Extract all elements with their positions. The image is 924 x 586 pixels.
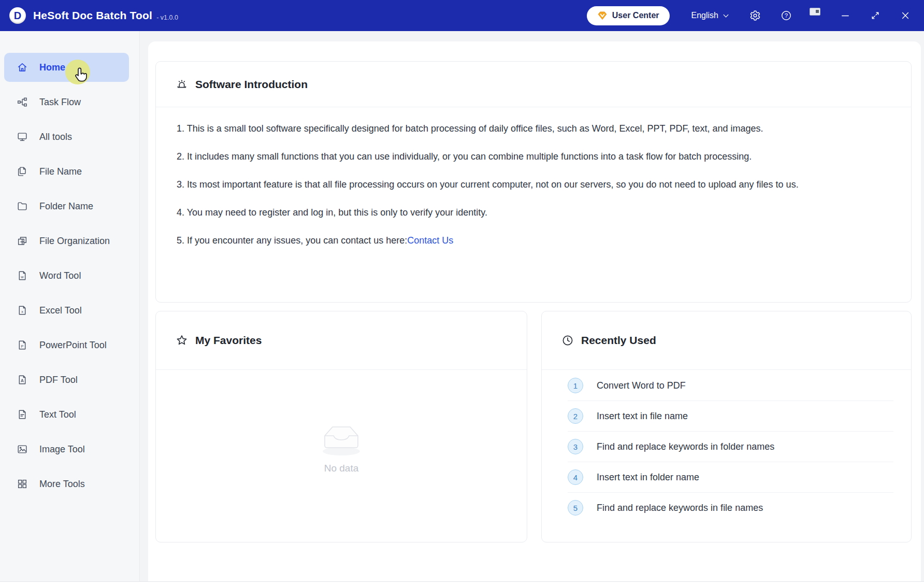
resize-icon — [870, 10, 880, 21]
recent-item[interactable]: 2 Insert text in file name — [568, 401, 893, 432]
my-favorites-empty-state: No data — [156, 370, 527, 544]
close-button[interactable] — [900, 10, 911, 21]
software-introduction-body: 1. This is a small tool software specifi… — [156, 107, 911, 248]
intro-paragraph: 3. Its most important feature is that al… — [177, 177, 890, 192]
svg-text:x: x — [21, 309, 23, 314]
sidebar-item-label: Excel Tool — [39, 305, 82, 316]
minimize-button[interactable] — [840, 10, 850, 21]
sidebar-item-label: Word Tool — [39, 270, 81, 281]
text-tool-icon — [17, 409, 28, 420]
my-favorites-card: My Favorites No data — [155, 311, 527, 542]
svg-text:?: ? — [785, 12, 788, 19]
close-icon — [900, 10, 911, 21]
sidebar-item-label: Image Tool — [39, 444, 85, 455]
sidebar: Home Task Flow All too — [0, 31, 140, 582]
sidebar-item-folder-name[interactable]: Folder Name — [4, 192, 129, 221]
powerpoint-tool-icon: P — [17, 339, 28, 351]
user-center-button[interactable]: User Center — [587, 6, 670, 25]
sidebar-item-file-organization[interactable]: File Organization — [4, 226, 129, 255]
home-icon — [17, 62, 28, 73]
task-flow-icon — [17, 96, 28, 108]
window-bottom-edge — [0, 581, 924, 586]
user-center-label: User Center — [612, 11, 659, 20]
sidebar-item-all-tools[interactable]: All tools — [4, 122, 129, 151]
siren-icon — [176, 78, 188, 91]
card-title: Recently Used — [581, 334, 656, 347]
excel-tool-icon: x — [17, 305, 28, 316]
help-icon: ? — [781, 10, 792, 21]
sidebar-item-label: All tools — [39, 132, 72, 142]
sidebar-item-word-tool[interactable]: w Word Tool — [4, 261, 129, 290]
sidebar-item-text-tool[interactable]: Text Tool — [4, 400, 129, 429]
recent-item[interactable]: 3 Find and replace keywords in folder na… — [568, 432, 893, 462]
sidebar-item-label: Task Flow — [39, 97, 81, 108]
recent-item-badge: 5 — [568, 500, 583, 516]
svg-text:P: P — [21, 344, 24, 349]
pdf-tool-icon — [17, 374, 28, 385]
settings-button[interactable] — [749, 10, 761, 21]
software-introduction-header: Software Introduction — [156, 62, 911, 107]
resize-button[interactable] — [870, 10, 880, 21]
word-tool-icon: w — [17, 270, 28, 281]
recently-used-header: Recently Used — [542, 311, 911, 370]
recent-item-badge: 4 — [568, 469, 583, 485]
language-selector[interactable]: English — [691, 11, 730, 20]
my-favorites-header: My Favorites — [156, 311, 527, 370]
empty-box-icon — [312, 418, 370, 459]
titlebar-actions: User Center English ? — [587, 6, 911, 25]
language-label: English — [691, 11, 718, 20]
sidebar-item-label: Text Tool — [39, 409, 76, 420]
app-window: D HeSoft Doc Batch Tool - v1.0.0 User Ce… — [0, 0, 924, 586]
recent-item[interactable]: 4 Insert text in folder name — [568, 462, 893, 493]
recently-used-card: Recently Used 1 Convert Word to PDF 2 In… — [541, 311, 912, 542]
chevron-down-icon — [722, 12, 730, 20]
sidebar-item-image-tool[interactable]: Image Tool — [4, 435, 129, 464]
help-button[interactable]: ? — [781, 10, 792, 21]
clock-icon — [561, 334, 574, 347]
recent-item-badge: 1 — [568, 378, 583, 393]
image-tool-icon — [17, 444, 28, 455]
intro-paragraph: 5. If you encounter any issues, you can … — [177, 233, 890, 248]
sidebar-item-more-tools[interactable]: More Tools — [4, 469, 129, 498]
intro-paragraph: 2. It includes many small functions that… — [177, 149, 890, 164]
recent-item-label: Insert text in file name — [597, 411, 688, 422]
no-data-text: No data — [324, 463, 359, 474]
sidebar-item-home[interactable]: Home — [4, 53, 129, 82]
recently-used-list: 1 Convert Word to PDF 2 Insert text in f… — [542, 370, 911, 523]
app-version: - v1.0.0 — [156, 14, 178, 21]
gem-icon — [597, 10, 608, 21]
star-icon — [176, 334, 188, 347]
logo-letter: D — [14, 10, 21, 22]
svg-text:w: w — [20, 275, 24, 279]
intro-paragraph: 1. This is a small tool software specifi… — [177, 121, 890, 136]
sidebar-item-pdf-tool[interactable]: PDF Tool — [4, 365, 129, 394]
minimize-icon — [840, 10, 850, 21]
sidebar-item-label: PDF Tool — [39, 375, 78, 385]
recent-item[interactable]: 1 Convert Word to PDF — [568, 370, 893, 401]
more-tools-icon — [17, 478, 28, 490]
main-area: Software Introduction 1. This is a small… — [140, 31, 924, 582]
recent-item-label: Find and replace keywords in folder name… — [597, 441, 774, 452]
sidebar-item-label: More Tools — [39, 479, 85, 490]
sidebar-item-file-name[interactable]: File Name — [4, 157, 129, 186]
sidebar-item-powerpoint-tool[interactable]: P PowerPoint Tool — [4, 331, 129, 360]
file-organization-icon — [17, 235, 28, 247]
brand: D HeSoft Doc Batch Tool - v1.0.0 — [9, 7, 178, 24]
recent-item-label: Insert text in folder name — [597, 472, 699, 483]
ime-indicator-icon[interactable] — [810, 8, 820, 16]
contact-us-link[interactable]: Contact Us — [407, 235, 453, 246]
recent-item[interactable]: 5 Find and replace keywords in file name… — [568, 493, 893, 523]
titlebar: D HeSoft Doc Batch Tool - v1.0.0 User Ce… — [0, 0, 924, 31]
sidebar-item-label: File Name — [39, 166, 82, 177]
folder-name-icon — [17, 201, 28, 212]
sidebar-item-task-flow[interactable]: Task Flow — [4, 88, 129, 117]
card-title: Software Introduction — [195, 78, 308, 91]
file-name-icon — [17, 166, 28, 177]
sidebar-item-excel-tool[interactable]: x Excel Tool — [4, 296, 129, 325]
software-introduction-card: Software Introduction 1. This is a small… — [155, 61, 912, 303]
sidebar-item-label: File Organization — [39, 236, 110, 247]
card-title: My Favorites — [195, 334, 262, 347]
sidebar-item-label: Home — [39, 62, 65, 73]
app-logo-icon: D — [9, 7, 26, 24]
recent-item-label: Find and replace keywords in file names — [597, 503, 763, 513]
